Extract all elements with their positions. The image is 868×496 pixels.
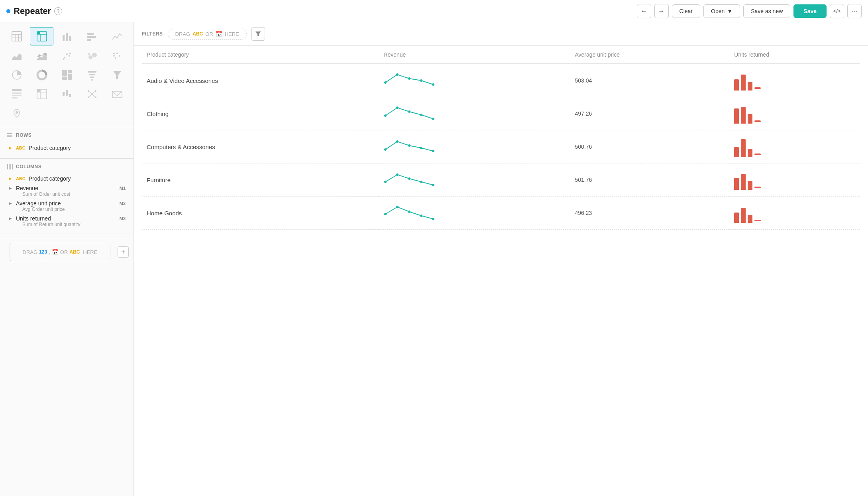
col-sub-1: Sum of Order unit cost bbox=[6, 191, 127, 197]
svg-point-18 bbox=[64, 57, 65, 58]
chart-map[interactable] bbox=[5, 104, 28, 122]
chart-funnel[interactable] bbox=[80, 66, 104, 84]
svg-rect-8 bbox=[37, 31, 40, 34]
chart-pie[interactable] bbox=[5, 66, 28, 84]
chart-donut[interactable] bbox=[30, 66, 53, 84]
filter-options-button[interactable] bbox=[251, 27, 265, 41]
save-button[interactable]: Save bbox=[793, 4, 827, 18]
svg-point-82 bbox=[432, 118, 434, 120]
chart-waterfall[interactable] bbox=[55, 85, 79, 103]
cell-product-category: Furniture bbox=[142, 163, 379, 197]
col-chevron-icon-3: ► bbox=[8, 216, 13, 221]
svg-point-24 bbox=[92, 53, 97, 57]
chart-bar[interactable] bbox=[55, 27, 79, 45]
col-sub-3: Sum of Return unit quantity bbox=[6, 222, 127, 227]
chart-table[interactable] bbox=[5, 27, 28, 45]
cell-avg-price: 503.04 bbox=[570, 64, 729, 97]
svg-point-93 bbox=[384, 213, 387, 215]
svg-point-97 bbox=[432, 218, 434, 220]
bar bbox=[741, 107, 746, 124]
undo-button[interactable]: ← bbox=[637, 4, 651, 18]
cell-units-returned bbox=[729, 130, 860, 163]
chart-area[interactable] bbox=[5, 47, 28, 65]
chart-network[interactable] bbox=[80, 85, 104, 103]
chart-table-active[interactable] bbox=[30, 27, 53, 45]
svg-rect-70 bbox=[10, 164, 11, 169]
filter-drag-target[interactable]: DRAG ABC OR 📅 HERE bbox=[168, 28, 247, 40]
svg-point-21 bbox=[63, 58, 65, 60]
save-as-new-button[interactable]: Save as new bbox=[743, 4, 790, 18]
col-header-avg-price: Average unit price bbox=[570, 46, 729, 64]
brand-dot bbox=[6, 9, 10, 13]
chart-stacked-area[interactable] bbox=[30, 47, 53, 65]
bar bbox=[748, 149, 752, 157]
cell-avg-price: 497.26 bbox=[570, 97, 729, 130]
chart-scatter[interactable] bbox=[55, 47, 79, 65]
svg-rect-66 bbox=[7, 135, 12, 136]
add-column-button[interactable]: + bbox=[118, 246, 129, 258]
chart-pivot[interactable] bbox=[30, 85, 53, 103]
chart-envelope[interactable] bbox=[105, 85, 129, 103]
svg-rect-37 bbox=[88, 71, 96, 73]
bar-line bbox=[754, 87, 761, 89]
help-button[interactable]: ? bbox=[54, 7, 62, 15]
columns-product-category[interactable]: ► ABC Product category bbox=[6, 174, 127, 183]
bar bbox=[734, 213, 739, 223]
svg-point-29 bbox=[119, 55, 120, 57]
rows-abc-tag: ABC bbox=[16, 146, 26, 150]
filters-bar: FILTERS DRAG ABC OR 📅 HERE bbox=[134, 22, 868, 46]
columns-label: COLUMNS bbox=[16, 164, 41, 169]
chart-treemap[interactable] bbox=[55, 66, 79, 84]
col-item-label-3: Units returned bbox=[16, 215, 51, 222]
bar bbox=[734, 79, 739, 91]
chart-line[interactable] bbox=[105, 27, 129, 45]
brand: Repeater ? bbox=[6, 6, 632, 16]
drag-comma: , bbox=[49, 249, 50, 255]
chart-bubble[interactable] bbox=[80, 47, 104, 65]
svg-point-96 bbox=[420, 215, 422, 217]
cell-revenue-spark bbox=[379, 197, 570, 230]
code-button[interactable]: </> bbox=[830, 4, 844, 18]
cell-revenue-spark bbox=[379, 64, 570, 97]
col-header-product-category: Product category bbox=[142, 46, 379, 64]
svg-rect-49 bbox=[37, 89, 40, 92]
svg-point-23 bbox=[88, 55, 92, 59]
col-measure-1: M1 bbox=[120, 186, 126, 191]
chart-filter[interactable] bbox=[105, 66, 129, 84]
col-item-label-0: Product category bbox=[29, 175, 71, 182]
cell-avg-price: 500.76 bbox=[570, 130, 729, 163]
bar bbox=[741, 75, 746, 91]
svg-rect-44 bbox=[12, 95, 22, 96]
col-header-units-returned: Units returned bbox=[729, 46, 860, 64]
cell-units-returned bbox=[729, 197, 860, 230]
svg-line-61 bbox=[88, 94, 92, 97]
chart-dot[interactable] bbox=[105, 47, 129, 65]
clear-button[interactable]: Clear bbox=[672, 4, 700, 18]
chart-hbar[interactable] bbox=[80, 27, 104, 45]
rows-product-category[interactable]: ► ABC Product category bbox=[6, 142, 127, 154]
svg-point-25 bbox=[88, 53, 90, 55]
open-button[interactable]: Open ▼ bbox=[703, 4, 740, 18]
more-options-button[interactable]: ⋯ bbox=[847, 4, 862, 18]
abc-tag-drag: ABC bbox=[69, 249, 80, 255]
bar bbox=[734, 108, 739, 124]
drag-drop-area[interactable]: DRAG 123 , 📅 OR ABC HERE bbox=[10, 243, 110, 261]
svg-point-26 bbox=[113, 53, 115, 54]
cell-units-returned bbox=[729, 163, 860, 197]
svg-rect-36 bbox=[62, 77, 67, 80]
sidebar: ROWS ► ABC Product category COLUMNS ► AB… bbox=[0, 22, 134, 496]
filter-here: HERE bbox=[225, 31, 239, 37]
svg-rect-42 bbox=[12, 89, 22, 91]
svg-point-92 bbox=[432, 184, 434, 186]
svg-rect-71 bbox=[12, 164, 13, 169]
drag-text-1: DRAG bbox=[23, 249, 38, 255]
redo-button[interactable]: → bbox=[654, 4, 669, 18]
filter-abc-tag: ABC bbox=[192, 31, 203, 37]
svg-rect-34 bbox=[68, 70, 72, 73]
bar-line bbox=[754, 120, 761, 122]
svg-point-76 bbox=[420, 79, 422, 82]
chart-text-table[interactable] bbox=[5, 85, 28, 103]
svg-line-60 bbox=[92, 91, 96, 94]
svg-point-27 bbox=[116, 53, 118, 54]
table-row: Clothing497.26 bbox=[142, 97, 860, 130]
